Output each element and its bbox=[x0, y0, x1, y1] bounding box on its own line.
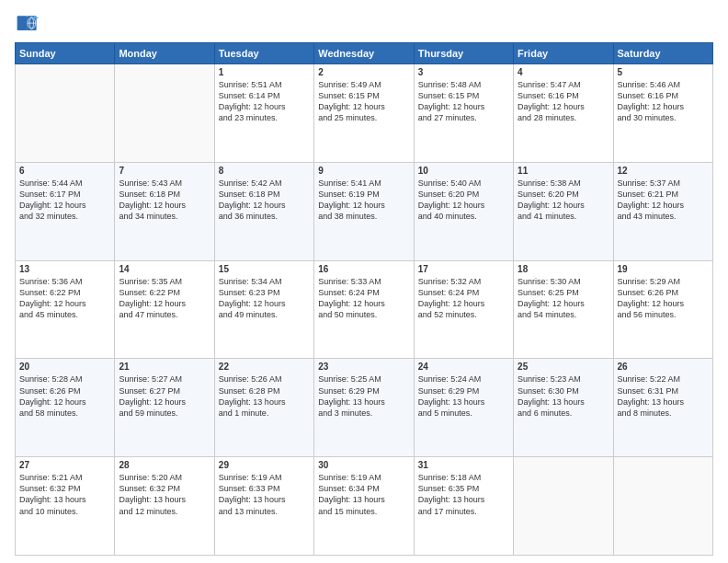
day-info: Sunrise: 5:51 AM Sunset: 6:14 PM Dayligh… bbox=[219, 79, 310, 124]
day-info: Sunrise: 5:25 AM Sunset: 6:29 PM Dayligh… bbox=[318, 373, 409, 419]
day-info: Sunrise: 5:21 AM Sunset: 6:32 PM Dayligh… bbox=[19, 472, 110, 517]
day-info: Sunrise: 5:22 AM Sunset: 6:31 PM Dayligh… bbox=[618, 373, 709, 419]
logo bbox=[15, 11, 44, 37]
calendar-cell: 9Sunrise: 5:41 AM Sunset: 6:19 PM Daylig… bbox=[314, 162, 414, 260]
day-info: Sunrise: 5:29 AM Sunset: 6:26 PM Dayligh… bbox=[618, 276, 709, 321]
day-info: Sunrise: 5:38 AM Sunset: 6:20 PM Dayligh… bbox=[518, 178, 609, 223]
day-number: 3 bbox=[418, 67, 509, 77]
calendar-cell: 4Sunrise: 5:47 AM Sunset: 6:16 PM Daylig… bbox=[514, 64, 613, 163]
header-thursday: Thursday bbox=[414, 43, 513, 64]
calendar-cell: 13Sunrise: 5:36 AM Sunset: 6:22 PM Dayli… bbox=[16, 260, 115, 359]
day-info: Sunrise: 5:18 AM Sunset: 6:35 PM Dayligh… bbox=[418, 472, 509, 517]
day-number: 10 bbox=[418, 166, 509, 176]
day-info: Sunrise: 5:43 AM Sunset: 6:18 PM Dayligh… bbox=[119, 178, 210, 223]
week-row-1: 6Sunrise: 5:44 AM Sunset: 6:17 PM Daylig… bbox=[16, 162, 713, 260]
header bbox=[15, 11, 713, 37]
day-number: 22 bbox=[219, 362, 310, 372]
calendar-cell: 12Sunrise: 5:37 AM Sunset: 6:21 PM Dayli… bbox=[613, 162, 712, 260]
calendar-cell: 21Sunrise: 5:27 AM Sunset: 6:27 PM Dayli… bbox=[115, 359, 214, 457]
day-number: 19 bbox=[618, 264, 709, 274]
calendar-table: SundayMondayTuesdayWednesdayThursdayFrid… bbox=[15, 42, 713, 556]
day-number: 25 bbox=[518, 362, 609, 372]
day-info: Sunrise: 5:44 AM Sunset: 6:17 PM Dayligh… bbox=[19, 178, 110, 223]
week-row-2: 13Sunrise: 5:36 AM Sunset: 6:22 PM Dayli… bbox=[16, 260, 713, 359]
week-row-3: 20Sunrise: 5:28 AM Sunset: 6:26 PM Dayli… bbox=[16, 359, 713, 457]
calendar-header-row: SundayMondayTuesdayWednesdayThursdayFrid… bbox=[16, 43, 713, 64]
day-number: 23 bbox=[318, 362, 409, 372]
day-number: 7 bbox=[119, 166, 210, 176]
calendar-cell: 10Sunrise: 5:40 AM Sunset: 6:20 PM Dayli… bbox=[414, 162, 513, 260]
calendar-cell bbox=[16, 64, 115, 163]
day-number: 31 bbox=[418, 460, 509, 470]
header-saturday: Saturday bbox=[613, 43, 712, 64]
calendar-cell: 23Sunrise: 5:25 AM Sunset: 6:29 PM Dayli… bbox=[314, 359, 414, 457]
day-info: Sunrise: 5:32 AM Sunset: 6:24 PM Dayligh… bbox=[418, 276, 509, 321]
day-info: Sunrise: 5:47 AM Sunset: 6:16 PM Dayligh… bbox=[518, 79, 609, 124]
day-info: Sunrise: 5:30 AM Sunset: 6:25 PM Dayligh… bbox=[518, 276, 609, 321]
logo-icon bbox=[15, 11, 40, 37]
day-info: Sunrise: 5:27 AM Sunset: 6:27 PM Dayligh… bbox=[119, 373, 210, 419]
calendar-cell: 16Sunrise: 5:33 AM Sunset: 6:24 PM Dayli… bbox=[314, 260, 414, 359]
calendar-cell: 28Sunrise: 5:20 AM Sunset: 6:32 PM Dayli… bbox=[115, 457, 214, 556]
day-info: Sunrise: 5:34 AM Sunset: 6:23 PM Dayligh… bbox=[219, 276, 310, 321]
day-info: Sunrise: 5:19 AM Sunset: 6:33 PM Dayligh… bbox=[219, 472, 310, 517]
svg-marker-6 bbox=[34, 15, 39, 18]
day-number: 16 bbox=[318, 264, 409, 274]
day-info: Sunrise: 5:33 AM Sunset: 6:24 PM Dayligh… bbox=[318, 276, 409, 321]
calendar-cell: 31Sunrise: 5:18 AM Sunset: 6:35 PM Dayli… bbox=[414, 457, 513, 556]
calendar-cell: 5Sunrise: 5:46 AM Sunset: 6:16 PM Daylig… bbox=[613, 64, 712, 163]
calendar-cell: 29Sunrise: 5:19 AM Sunset: 6:33 PM Dayli… bbox=[214, 457, 313, 556]
day-info: Sunrise: 5:20 AM Sunset: 6:32 PM Dayligh… bbox=[119, 472, 210, 517]
day-number: 9 bbox=[318, 166, 409, 176]
day-info: Sunrise: 5:24 AM Sunset: 6:29 PM Dayligh… bbox=[418, 373, 509, 419]
calendar-cell: 11Sunrise: 5:38 AM Sunset: 6:20 PM Dayli… bbox=[514, 162, 613, 260]
day-info: Sunrise: 5:35 AM Sunset: 6:22 PM Dayligh… bbox=[119, 276, 210, 321]
day-number: 30 bbox=[318, 460, 409, 470]
day-info: Sunrise: 5:49 AM Sunset: 6:15 PM Dayligh… bbox=[318, 79, 409, 124]
header-friday: Friday bbox=[514, 43, 613, 64]
day-number: 6 bbox=[19, 166, 110, 176]
calendar-cell: 22Sunrise: 5:26 AM Sunset: 6:28 PM Dayli… bbox=[214, 359, 313, 457]
day-number: 5 bbox=[618, 67, 709, 77]
day-number: 15 bbox=[219, 264, 310, 274]
day-number: 26 bbox=[618, 362, 709, 372]
header-wednesday: Wednesday bbox=[314, 43, 414, 64]
calendar-cell: 27Sunrise: 5:21 AM Sunset: 6:32 PM Dayli… bbox=[16, 457, 115, 556]
svg-rect-1 bbox=[17, 16, 28, 30]
day-info: Sunrise: 5:28 AM Sunset: 6:26 PM Dayligh… bbox=[19, 373, 110, 419]
calendar-cell: 25Sunrise: 5:23 AM Sunset: 6:30 PM Dayli… bbox=[514, 359, 613, 457]
day-number: 17 bbox=[418, 264, 509, 274]
calendar-cell: 20Sunrise: 5:28 AM Sunset: 6:26 PM Dayli… bbox=[16, 359, 115, 457]
day-number: 11 bbox=[518, 166, 609, 176]
calendar-cell: 7Sunrise: 5:43 AM Sunset: 6:18 PM Daylig… bbox=[115, 162, 214, 260]
calendar-cell bbox=[613, 457, 712, 556]
calendar-cell: 8Sunrise: 5:42 AM Sunset: 6:18 PM Daylig… bbox=[214, 162, 313, 260]
header-monday: Monday bbox=[115, 43, 214, 64]
calendar-cell: 24Sunrise: 5:24 AM Sunset: 6:29 PM Dayli… bbox=[414, 359, 513, 457]
day-info: Sunrise: 5:37 AM Sunset: 6:21 PM Dayligh… bbox=[618, 178, 709, 223]
calendar-cell bbox=[514, 457, 613, 556]
day-number: 14 bbox=[119, 264, 210, 274]
day-info: Sunrise: 5:23 AM Sunset: 6:30 PM Dayligh… bbox=[518, 373, 609, 419]
calendar-cell: 26Sunrise: 5:22 AM Sunset: 6:31 PM Dayli… bbox=[613, 359, 712, 457]
calendar-cell: 17Sunrise: 5:32 AM Sunset: 6:24 PM Dayli… bbox=[414, 260, 513, 359]
day-number: 4 bbox=[518, 67, 609, 77]
day-number: 28 bbox=[119, 460, 210, 470]
day-number: 27 bbox=[19, 460, 110, 470]
day-number: 18 bbox=[518, 264, 609, 274]
day-info: Sunrise: 5:26 AM Sunset: 6:28 PM Dayligh… bbox=[219, 373, 310, 419]
day-info: Sunrise: 5:40 AM Sunset: 6:20 PM Dayligh… bbox=[418, 178, 509, 223]
day-number: 12 bbox=[618, 166, 709, 176]
day-number: 24 bbox=[418, 362, 509, 372]
day-number: 13 bbox=[19, 264, 110, 274]
week-row-4: 27Sunrise: 5:21 AM Sunset: 6:32 PM Dayli… bbox=[16, 457, 713, 556]
day-info: Sunrise: 5:48 AM Sunset: 6:15 PM Dayligh… bbox=[418, 79, 509, 124]
day-info: Sunrise: 5:46 AM Sunset: 6:16 PM Dayligh… bbox=[618, 79, 709, 124]
calendar-cell: 18Sunrise: 5:30 AM Sunset: 6:25 PM Dayli… bbox=[514, 260, 613, 359]
day-number: 20 bbox=[19, 362, 110, 372]
calendar-cell: 15Sunrise: 5:34 AM Sunset: 6:23 PM Dayli… bbox=[214, 260, 313, 359]
day-number: 1 bbox=[219, 67, 310, 77]
day-number: 21 bbox=[119, 362, 210, 372]
header-tuesday: Tuesday bbox=[214, 43, 313, 64]
day-info: Sunrise: 5:36 AM Sunset: 6:22 PM Dayligh… bbox=[19, 276, 110, 321]
